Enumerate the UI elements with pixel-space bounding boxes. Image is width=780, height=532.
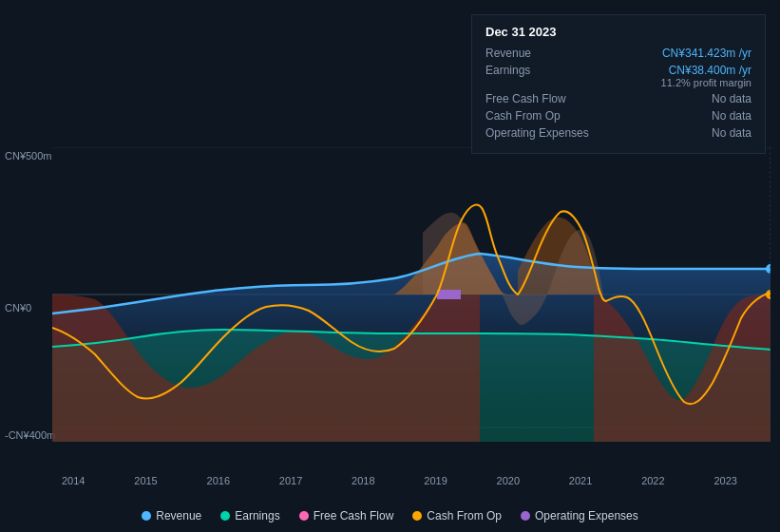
legend-cashfromop: Cash From Op xyxy=(412,509,502,522)
chart-container: Dec 31 2023 Revenue CN¥341.423m /yr Earn… xyxy=(0,0,780,532)
chart-svg xyxy=(52,147,770,442)
tooltip-row-cashfromop: Cash From Op No data xyxy=(485,109,751,123)
legend-dot-cashfromop xyxy=(412,511,422,521)
tooltip-row-fcf: Free Cash Flow No data xyxy=(485,92,751,105)
tooltip-row-opex: Operating Expenses No data xyxy=(485,126,751,140)
legend-revenue: Revenue xyxy=(142,509,201,522)
tooltip-box: Dec 31 2023 Revenue CN¥341.423m /yr Earn… xyxy=(471,14,766,154)
x-label-2017: 2017 xyxy=(279,475,302,486)
legend-dot-earnings xyxy=(220,511,230,521)
legend-label-fcf: Free Cash Flow xyxy=(314,509,394,522)
y-label-top: CN¥500m xyxy=(5,150,52,162)
x-label-2021: 2021 xyxy=(569,475,592,486)
tooltip-label-opex: Operating Expenses xyxy=(485,126,599,140)
legend-dot-opex xyxy=(521,511,530,521)
tooltip-profit-margin: 11.2% profit margin xyxy=(661,77,751,88)
tooltip-value-opex: No data xyxy=(712,126,751,140)
x-axis-labels: 2014 2015 2016 2017 2018 2019 2020 2021 … xyxy=(0,475,780,486)
tooltip-value-cashfromop: No data xyxy=(712,109,751,123)
tooltip-label-revenue: Revenue xyxy=(485,47,599,60)
x-label-2023: 2023 xyxy=(713,475,736,486)
chart-legend: Revenue Earnings Free Cash Flow Cash Fro… xyxy=(0,509,780,522)
x-label-2019: 2019 xyxy=(424,475,447,486)
legend-label-opex: Operating Expenses xyxy=(535,509,638,522)
x-label-2016: 2016 xyxy=(207,475,230,486)
tooltip-value-fcf: No data xyxy=(712,92,751,105)
legend-opex: Operating Expenses xyxy=(521,509,638,522)
legend-fcf: Free Cash Flow xyxy=(299,509,394,522)
legend-earnings: Earnings xyxy=(220,509,279,522)
tooltip-label-earnings: Earnings xyxy=(485,64,599,77)
x-label-2022: 2022 xyxy=(641,475,664,486)
tooltip-row-revenue: Revenue CN¥341.423m /yr xyxy=(485,47,751,60)
x-label-2020: 2020 xyxy=(497,475,520,486)
legend-dot-revenue xyxy=(142,511,151,521)
tooltip-value-revenue: CN¥341.423m /yr xyxy=(662,47,751,60)
x-label-2018: 2018 xyxy=(352,475,374,486)
tooltip-date: Dec 31 2023 xyxy=(485,25,751,39)
legend-label-revenue: Revenue xyxy=(156,509,201,522)
tooltip-label-fcf: Free Cash Flow xyxy=(485,92,599,105)
y-label-bottom: -CN¥400m xyxy=(5,429,55,441)
x-label-2014: 2014 xyxy=(62,475,85,486)
tooltip-label-cashfromop: Cash From Op xyxy=(485,109,599,123)
tooltip-value-earnings: CN¥38.400m /yr xyxy=(661,64,751,77)
opex-area xyxy=(437,290,461,299)
x-label-2015: 2015 xyxy=(134,475,157,486)
y-label-mid: CN¥0 xyxy=(5,302,31,314)
legend-label-cashfromop: Cash From Op xyxy=(427,509,502,522)
legend-dot-fcf xyxy=(299,511,309,521)
legend-label-earnings: Earnings xyxy=(235,509,279,522)
tooltip-row-earnings: Earnings CN¥38.400m /yr 11.2% profit mar… xyxy=(485,64,751,88)
